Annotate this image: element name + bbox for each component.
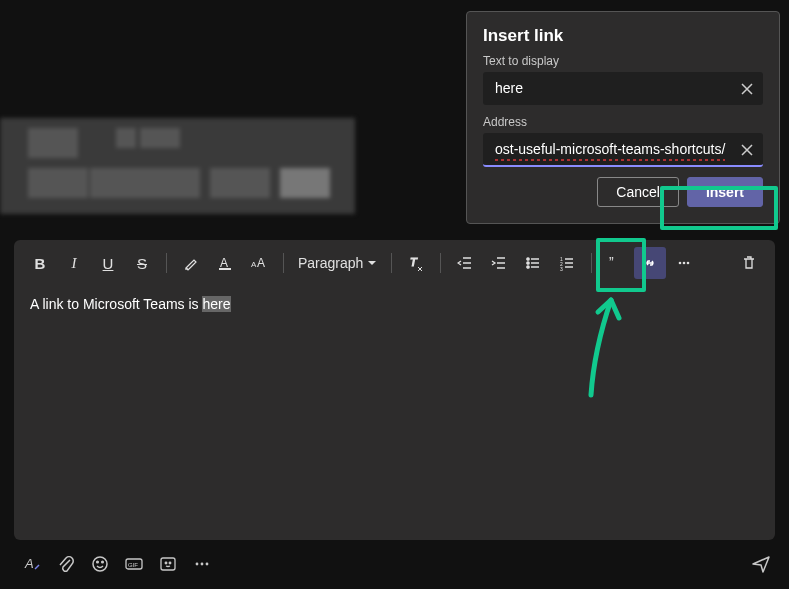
cancel-button[interactable]: Cancel xyxy=(597,177,679,207)
svg-point-26 xyxy=(206,563,209,566)
clear-address-icon[interactable] xyxy=(739,142,755,158)
svg-text:A: A xyxy=(257,256,265,270)
dialog-title: Insert link xyxy=(483,26,763,46)
attach-icon[interactable] xyxy=(56,554,76,574)
svg-point-14 xyxy=(687,262,690,265)
strikethrough-button[interactable]: S xyxy=(126,247,158,279)
sticker-icon[interactable] xyxy=(158,554,178,574)
svg-point-12 xyxy=(679,262,682,265)
svg-point-16 xyxy=(93,557,107,571)
svg-point-22 xyxy=(165,562,167,564)
quote-button[interactable]: ” xyxy=(600,247,632,279)
insert-button[interactable]: Insert xyxy=(687,177,763,207)
svg-point-25 xyxy=(201,563,204,566)
svg-text:GIF: GIF xyxy=(128,562,138,568)
text-to-display-input[interactable] xyxy=(483,72,763,105)
svg-point-17 xyxy=(97,561,99,563)
toolbar-divider xyxy=(391,253,392,273)
toolbar-divider xyxy=(440,253,441,273)
message-editor[interactable]: A link to Microsoft Teams is here xyxy=(14,286,775,540)
font-size-button[interactable]: AA xyxy=(243,247,275,279)
numbered-list-button[interactable]: 123 xyxy=(551,247,583,279)
address-label: Address xyxy=(483,115,763,129)
dialog-buttons: Cancel Insert xyxy=(483,177,763,207)
insert-link-button[interactable] xyxy=(634,247,666,279)
emoji-icon[interactable] xyxy=(90,554,110,574)
svg-point-24 xyxy=(196,563,199,566)
svg-rect-1 xyxy=(219,268,231,270)
editor-text: A link to Microsoft Teams is xyxy=(30,296,202,312)
delete-button[interactable] xyxy=(733,247,765,279)
svg-text:”: ” xyxy=(609,255,614,270)
send-button[interactable] xyxy=(751,554,771,574)
svg-point-5 xyxy=(527,258,529,260)
composer-actions: A GIF xyxy=(22,549,771,579)
font-color-button[interactable]: A xyxy=(209,247,241,279)
address-input[interactable] xyxy=(483,133,763,167)
redacted-header xyxy=(0,118,355,214)
clear-text-icon[interactable] xyxy=(739,81,755,97)
indent-button[interactable] xyxy=(483,247,515,279)
format-toolbar: B I U S A AA Paragraph T xyxy=(14,240,775,286)
chevron-down-icon xyxy=(367,258,377,268)
bold-button[interactable]: B xyxy=(24,247,56,279)
gif-icon[interactable]: GIF xyxy=(124,554,144,574)
svg-point-7 xyxy=(527,266,529,268)
text-to-display-label: Text to display xyxy=(483,54,763,68)
more-options-button[interactable] xyxy=(668,247,700,279)
editor-selection: here xyxy=(202,296,230,312)
text-to-display-field xyxy=(483,72,763,105)
italic-button[interactable]: I xyxy=(58,247,90,279)
outdent-button[interactable] xyxy=(449,247,481,279)
more-actions-icon[interactable] xyxy=(192,554,212,574)
toolbar-divider xyxy=(283,253,284,273)
highlight-button[interactable] xyxy=(175,247,207,279)
clear-formatting-button[interactable]: T xyxy=(400,247,432,279)
svg-text:T: T xyxy=(410,256,418,268)
svg-point-18 xyxy=(102,561,104,563)
svg-point-6 xyxy=(527,262,529,264)
insert-link-dialog: Insert link Text to display Address Canc… xyxy=(466,11,780,224)
paragraph-label: Paragraph xyxy=(298,255,363,271)
svg-point-13 xyxy=(683,262,686,265)
svg-point-23 xyxy=(169,562,171,564)
paragraph-style-select[interactable]: Paragraph xyxy=(292,247,383,279)
bulleted-list-button[interactable] xyxy=(517,247,549,279)
svg-text:3: 3 xyxy=(560,266,563,271)
svg-rect-21 xyxy=(161,558,175,570)
svg-text:A: A xyxy=(24,556,34,571)
address-field xyxy=(483,133,763,167)
toolbar-divider xyxy=(591,253,592,273)
message-composer: B I U S A AA Paragraph T xyxy=(14,240,775,540)
svg-text:A: A xyxy=(220,256,228,270)
toolbar-divider xyxy=(166,253,167,273)
underline-button[interactable]: U xyxy=(92,247,124,279)
format-icon[interactable]: A xyxy=(22,554,42,574)
